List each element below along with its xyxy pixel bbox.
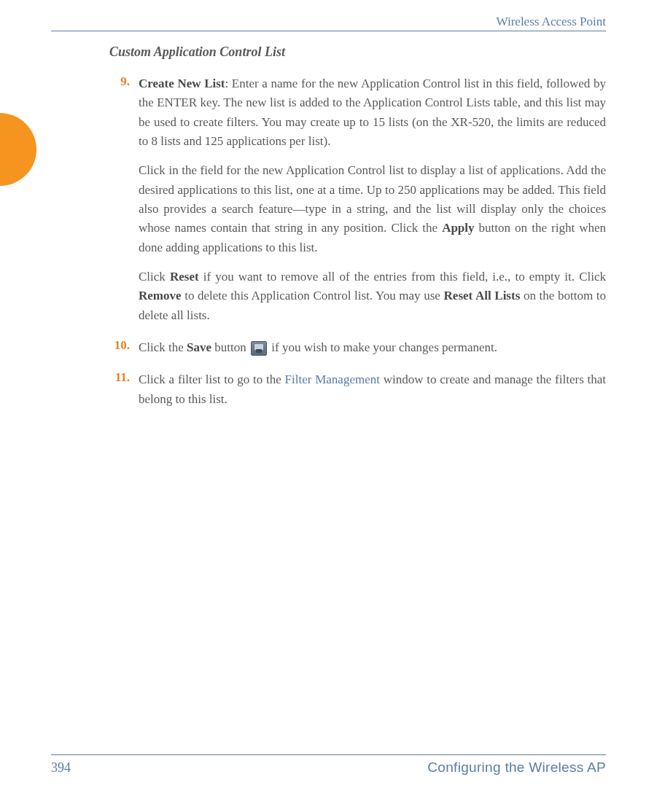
bold-text: Save bbox=[187, 340, 211, 354]
section-title: Custom Application Control List bbox=[109, 44, 606, 60]
text: Click bbox=[139, 270, 170, 284]
bold-text: Remove bbox=[139, 289, 182, 302]
list-body: Click the Save button if you wish to mak… bbox=[139, 338, 606, 357]
link-text[interactable]: Filter Management bbox=[285, 372, 380, 386]
content-list: 9.Create New List: Enter a name for the … bbox=[109, 74, 606, 754]
paragraph: Click Reset if you want to remove all of… bbox=[139, 268, 606, 325]
list-number: 9. bbox=[109, 74, 139, 325]
bold-text: Reset All Lists bbox=[444, 289, 521, 302]
paragraph: Click the Save button if you wish to mak… bbox=[139, 338, 606, 357]
footer-section-name: Configuring the Wireless AP bbox=[427, 760, 606, 776]
text: if you wish to make your changes permane… bbox=[268, 340, 497, 354]
list-item: 9.Create New List: Enter a name for the … bbox=[109, 74, 606, 325]
bold-text: Reset bbox=[170, 270, 199, 284]
text: if you want to remove all of the entries… bbox=[199, 270, 606, 284]
list-body: Create New List: Enter a name for the ne… bbox=[139, 74, 606, 325]
save-icon bbox=[251, 341, 267, 356]
bold-text: Apply bbox=[442, 221, 474, 235]
list-number: 11. bbox=[109, 370, 139, 409]
paragraph: Click in the field for the new Applicati… bbox=[139, 161, 606, 257]
header-title: Wireless Access Point bbox=[497, 15, 606, 28]
list-body: Click a filter list to go to the Filter … bbox=[139, 370, 606, 409]
page-footer: 394 Configuring the Wireless AP bbox=[51, 754, 606, 776]
text: to delete this Application Control list.… bbox=[182, 289, 444, 302]
paragraph: Create New List: Enter a name for the ne… bbox=[139, 74, 606, 151]
page-number: 394 bbox=[51, 760, 71, 776]
page-header: Wireless Access Point bbox=[51, 15, 606, 31]
bold-text: Create New List bbox=[139, 77, 225, 90]
page-container: Wireless Access Point Custom Application… bbox=[0, 0, 657, 812]
list-number: 10. bbox=[109, 338, 139, 357]
list-item: 11.Click a filter list to go to the Filt… bbox=[109, 370, 606, 409]
text: Click the bbox=[139, 340, 187, 354]
text: Click a filter list to go to the bbox=[139, 372, 285, 386]
text: button bbox=[211, 340, 249, 354]
list-item: 10.Click the Save button if you wish to … bbox=[109, 338, 606, 357]
paragraph: Click a filter list to go to the Filter … bbox=[139, 370, 606, 409]
